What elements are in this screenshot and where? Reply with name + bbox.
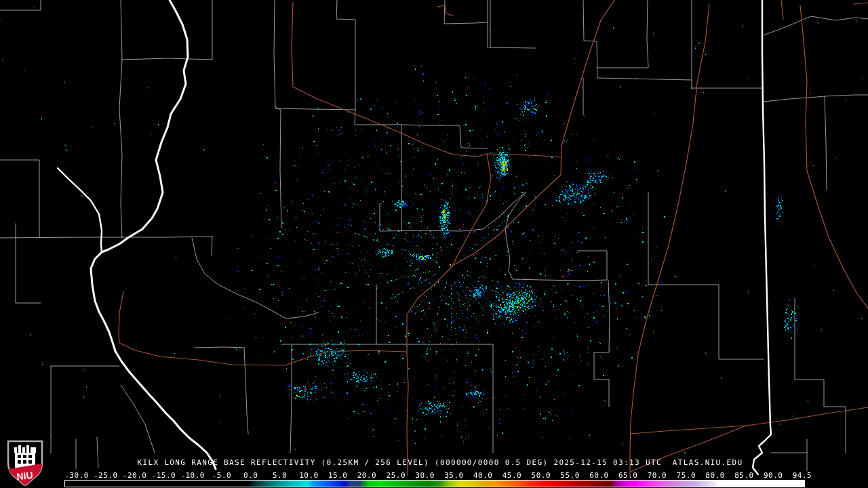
scale-tick-label: 45.0 <box>502 471 522 480</box>
scale-tick-label: 10.0 <box>299 471 319 480</box>
niu-logo: NIU <box>5 439 45 488</box>
scale-tick-label: 75.0 <box>677 471 696 480</box>
scale-tick-label: 70.0 <box>648 471 667 480</box>
radar-map-canvas <box>0 0 868 488</box>
scale-tick-label: -20.0 <box>123 471 147 480</box>
scale-tick-label: 20.0 <box>357 471 377 480</box>
scale-tick-label: 94.5 <box>793 471 812 480</box>
scale-tick-label: 50.0 <box>532 471 551 480</box>
radar-product-caption: KILX LONG RANGE BASE REFLECTIVITY (0.25K… <box>0 458 868 467</box>
scale-tick-label: -5.0 <box>212 471 232 480</box>
scale-tick-label: -15.0 <box>152 471 176 480</box>
scale-tick-label: 35.0 <box>444 471 464 480</box>
scale-tick-label: 65.0 <box>618 471 638 480</box>
scale-tick-label: 60.0 <box>589 471 609 480</box>
scale-tick-label: 0.0 <box>243 471 258 480</box>
niu-logo-text: NIU <box>16 470 34 482</box>
scale-tick-label: 40.0 <box>473 471 493 480</box>
scale-tick-label: 80.0 <box>705 471 725 480</box>
scale-tick-label: -25.0 <box>94 471 118 480</box>
scale-tick-label: 15.0 <box>328 471 348 480</box>
scale-tick-label: 30.0 <box>415 471 435 480</box>
reflectivity-scale-ticks: -30.0-25.0-20.0-15.0-10.0-5.00.05.010.01… <box>0 471 868 480</box>
scale-tick-label: -10.0 <box>180 471 205 480</box>
scale-tick-label: 85.0 <box>734 471 754 480</box>
scale-tick-label: 90.0 <box>764 471 783 480</box>
radar-display: KILX LONG RANGE BASE REFLECTIVITY (0.25K… <box>0 0 868 488</box>
scale-tick-label: 5.0 <box>273 471 287 480</box>
scale-tick-label: 55.0 <box>560 471 580 480</box>
reflectivity-color-bar <box>64 480 805 487</box>
scale-tick-label: 25.0 <box>387 471 406 480</box>
scale-tick-label: -30.0 <box>64 471 89 480</box>
